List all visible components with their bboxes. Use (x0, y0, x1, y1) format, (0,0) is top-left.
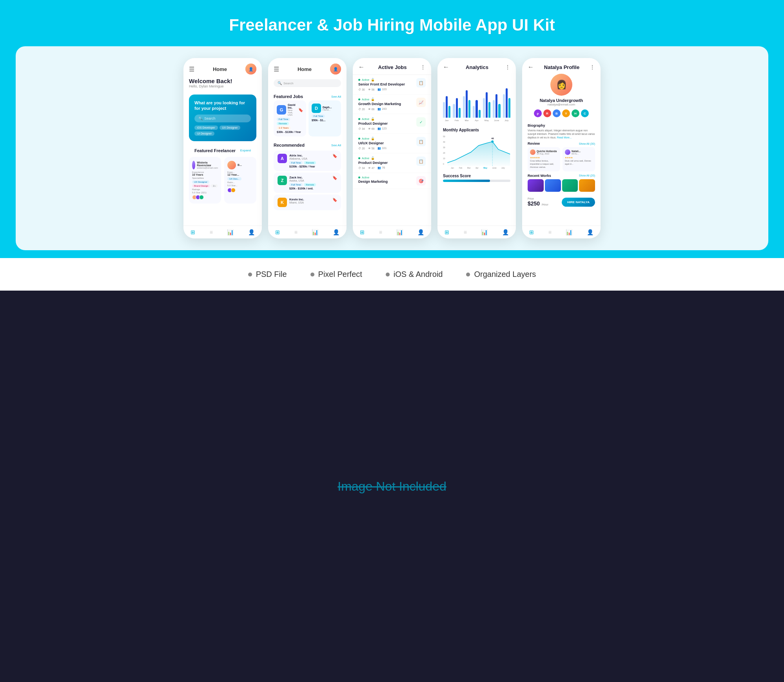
feature-dot-pixel (310, 273, 314, 276)
price-label: Price (528, 197, 548, 200)
tag-ios[interactable]: iOS Developer (194, 125, 218, 130)
aj6-action[interactable]: 🎯 (416, 176, 426, 186)
review-card-2: Natali... 09 Au... ★★★★ Duis vel urna se… (563, 147, 595, 171)
featured-job-1[interactable]: G Gavid Inc. New York, USA 🔖 Full Time R… (274, 100, 306, 136)
phone5-nav-home[interactable]: ⊞ (529, 229, 534, 235)
aj1-content: Active 🔓 Senior Front End Developer ⏱ 30… (358, 78, 405, 91)
active-job-3[interactable]: Active 🔓 Product Designer ⏱ 34 👁 69 👥 12… (353, 114, 431, 134)
more-options-button[interactable]: ⋮ (420, 64, 426, 70)
phone2-nav-list[interactable]: ≡ (294, 229, 298, 235)
aj3-action[interactable]: ✓ (416, 117, 426, 127)
profile-more-button[interactable]: ⋮ (590, 64, 595, 70)
aj1-action[interactable]: 📋 (416, 78, 426, 87)
nav-user-icon[interactable]: 👤 (248, 229, 255, 235)
phone3-nav-home[interactable]: ⊞ (360, 229, 365, 235)
phone1-title: Home (213, 66, 227, 72)
aj5-stat-apps: 👥 76 (377, 166, 385, 169)
rec-job-kevin[interactable]: K Kevin Inc. Miami, USA 🔖 (274, 195, 341, 210)
fc-header-1: Wisteria Ravenclaw wisteria@email.com (192, 161, 218, 169)
phone2-avatar-img: 👤 (330, 64, 341, 75)
phone4-nav-chart[interactable]: 📊 (481, 229, 488, 235)
freelancer-card-1[interactable]: Wisteria Ravenclaw wisteria@email.com Ex… (189, 157, 221, 204)
hire-button[interactable]: HIRE NATALYA (562, 198, 595, 207)
zack-bookmark[interactable]: 🔖 (332, 176, 337, 180)
feature-dot-ios (386, 273, 390, 276)
show-all-reviews[interactable]: Show All (30) (579, 142, 595, 145)
phone3-nav-list[interactable]: ≡ (379, 229, 382, 235)
hamburger-icon[interactable]: ☰ (189, 65, 194, 73)
fj2-salary: $50k - $1... (312, 119, 338, 122)
rec-job-atrix[interactable]: A Atrix Inc. Alabama, USA Full Time Remo… (274, 151, 341, 171)
phone4-nav-list[interactable]: ≡ (464, 229, 467, 235)
nav-list-icon[interactable]: ≡ (210, 229, 213, 235)
profile-back-button[interactable]: ← (528, 64, 534, 71)
phone1-bottom-nav: ⊞ ≡ 📊 👤 (183, 226, 262, 238)
features-section: PSD File Pixel Perfect iOS & Android Org… (0, 258, 784, 291)
aj2-stat-time: ⏱ 20 (358, 107, 365, 111)
kevin-bookmark[interactable]: 🔖 (332, 198, 337, 202)
phone2-nav-user[interactable]: 👤 (333, 229, 339, 235)
bar-may-light (483, 98, 485, 118)
phone4-nav-user[interactable]: 👤 (502, 229, 509, 235)
featured-jobs-header: Featured Jobs See All (268, 90, 347, 100)
x-label-feb: Feb (459, 167, 463, 169)
aj5-action[interactable]: 📋 (416, 156, 426, 166)
back-button[interactable]: ← (358, 64, 365, 71)
phone2-bottom-nav: ⊞ ≡ 📊 👤 (268, 226, 347, 238)
phone2-nav-home[interactable]: ⊞ (275, 229, 280, 235)
show-all-works[interactable]: Show All (20) (579, 174, 595, 177)
featured-job-2[interactable]: D Daph... Florid... Full Time $50k - $1.… (309, 100, 341, 136)
see-all-featured[interactable]: See All (331, 95, 341, 98)
fj2-header: D Daph... Florid... (312, 104, 338, 113)
tag-ux[interactable]: UX Designer (220, 125, 241, 130)
label-feb: Feb (453, 119, 460, 122)
phone2-hamburger-icon[interactable]: ☰ (274, 65, 279, 73)
active-job-4[interactable]: Active 🔓 UI/UX Designer ⏱ 20 👁 56 👥 101 … (353, 134, 431, 153)
read-more-link[interactable]: Read More... (557, 136, 572, 139)
bar-group-jan (443, 96, 450, 118)
aj4-action[interactable]: 📋 (416, 137, 426, 146)
active-job-6[interactable]: Active Design Marketing 🎯 (353, 173, 431, 189)
atrix-bookmark[interactable]: 🔖 (332, 154, 337, 158)
nav-home-icon[interactable]: ⊞ (191, 229, 195, 235)
fc-exp-value-1: 10 Years (192, 173, 218, 176)
featured-jobs-row: G Gavid Inc. New York, USA 🔖 Full Time R… (268, 100, 347, 136)
active-job-1[interactable]: Active 🔓 Senior Front End Developer ⏱ 30… (353, 75, 431, 95)
aj4-stat-time: ⏱ 20 (358, 147, 365, 150)
analytics-more-button[interactable]: ⋮ (505, 64, 510, 70)
logo-kevin: K (278, 198, 287, 207)
aj3-content: Active 🔓 Product Designer ⏱ 34 👁 69 👥 12… (358, 117, 388, 130)
phone2-search[interactable]: 🔍 Search (274, 79, 341, 87)
freelancer-card-2[interactable]: B... Expe... 12 Year... UX Des... Ratin.… (224, 157, 256, 204)
phone2-nav-chart[interactable]: 📊 (312, 229, 318, 235)
phone5-nav-list[interactable]: ≡ (548, 229, 552, 235)
review-cards: Quiche Hollanda 10 Aug, 2022 ★★★★★ Cras … (528, 147, 595, 171)
fj1-bookmark[interactable]: 🔖 (298, 108, 303, 112)
rw-item-2 (545, 179, 561, 192)
nav-chart-icon[interactable]: 📊 (227, 229, 234, 235)
expand-button[interactable]: Expand (240, 149, 251, 152)
rec-job-zack[interactable]: Z Zack Inc. Aaska, USA Full Time Remote … (274, 173, 341, 193)
fc-avatars-2 (227, 188, 253, 193)
recommended-title: Recommended (274, 143, 305, 147)
phone3-nav-chart[interactable]: 📊 (396, 229, 403, 235)
phone5-nav-chart[interactable]: 📊 (566, 229, 572, 235)
zack-tags: Full Time Remote (289, 183, 330, 186)
fc-header-2: B... (227, 161, 253, 169)
bar-july-light (503, 94, 505, 118)
phone3-nav-user[interactable]: 👤 (417, 229, 424, 235)
see-all-rec[interactable]: See All (331, 144, 341, 147)
tag-ui[interactable]: UI Designer (194, 131, 214, 136)
phone4-nav-home[interactable]: ⊞ (445, 229, 449, 235)
bottom-banner-text: Image Not Included (338, 479, 446, 494)
aj4-stat-apps: 👥 101 (377, 147, 387, 150)
x-axis-labels: Jan Feb Mar Apr May June July (443, 167, 510, 169)
search-box[interactable]: 🔍 Search (194, 115, 251, 122)
phone5-nav-user[interactable]: 👤 (587, 229, 593, 235)
fj1-name: Gavid Inc. (288, 104, 297, 109)
analytics-back-button[interactable]: ← (443, 64, 449, 71)
active-job-5[interactable]: Active 🔓 Product Designer ⏱ 34 👁 47 👥 76… (353, 153, 431, 173)
aj2-action[interactable]: 📈 (416, 98, 426, 107)
active-job-2[interactable]: Active 🔓 Growth Design Marketing ⏱ 20 👁 … (353, 95, 431, 114)
phone3-bottom-nav: ⊞ ≡ 📊 👤 (353, 226, 431, 238)
